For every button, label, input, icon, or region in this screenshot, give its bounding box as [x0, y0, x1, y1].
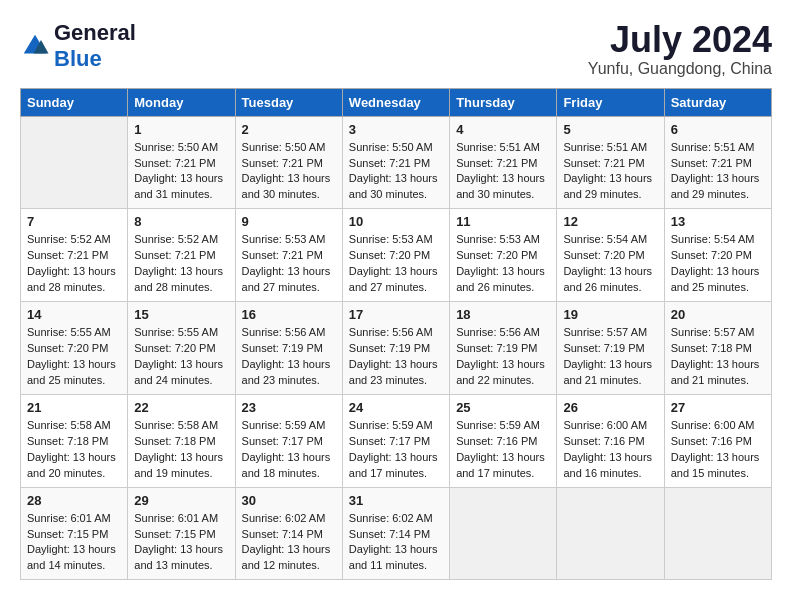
day-content: Sunrise: 5:58 AMSunset: 7:18 PMDaylight:… [134, 418, 228, 482]
calendar-cell: 26Sunrise: 6:00 AMSunset: 7:16 PMDayligh… [557, 394, 664, 487]
calendar-week-row: 14Sunrise: 5:55 AMSunset: 7:20 PMDayligh… [21, 302, 772, 395]
day-header-thursday: Thursday [450, 88, 557, 116]
calendar-cell: 4Sunrise: 5:51 AMSunset: 7:21 PMDaylight… [450, 116, 557, 209]
day-content: Sunrise: 5:56 AMSunset: 7:19 PMDaylight:… [349, 325, 443, 389]
day-header-tuesday: Tuesday [235, 88, 342, 116]
location-subtitle: Yunfu, Guangdong, China [588, 60, 772, 78]
day-header-friday: Friday [557, 88, 664, 116]
day-number: 24 [349, 400, 443, 415]
day-number: 14 [27, 307, 121, 322]
day-content: Sunrise: 5:54 AMSunset: 7:20 PMDaylight:… [671, 232, 765, 296]
day-content: Sunrise: 5:57 AMSunset: 7:19 PMDaylight:… [563, 325, 657, 389]
calendar-cell [664, 487, 771, 580]
day-number: 11 [456, 214, 550, 229]
day-number: 29 [134, 493, 228, 508]
day-number: 6 [671, 122, 765, 137]
calendar-cell: 5Sunrise: 5:51 AMSunset: 7:21 PMDaylight… [557, 116, 664, 209]
calendar-cell: 10Sunrise: 5:53 AMSunset: 7:20 PMDayligh… [342, 209, 449, 302]
calendar-cell: 9Sunrise: 5:53 AMSunset: 7:21 PMDaylight… [235, 209, 342, 302]
day-content: Sunrise: 5:54 AMSunset: 7:20 PMDaylight:… [563, 232, 657, 296]
day-content: Sunrise: 5:59 AMSunset: 7:17 PMDaylight:… [349, 418, 443, 482]
calendar-cell: 17Sunrise: 5:56 AMSunset: 7:19 PMDayligh… [342, 302, 449, 395]
calendar-cell: 24Sunrise: 5:59 AMSunset: 7:17 PMDayligh… [342, 394, 449, 487]
day-number: 22 [134, 400, 228, 415]
calendar-cell [450, 487, 557, 580]
calendar-cell: 1Sunrise: 5:50 AMSunset: 7:21 PMDaylight… [128, 116, 235, 209]
month-year-title: July 2024 [588, 20, 772, 60]
calendar-cell: 22Sunrise: 5:58 AMSunset: 7:18 PMDayligh… [128, 394, 235, 487]
day-content: Sunrise: 5:52 AMSunset: 7:21 PMDaylight:… [134, 232, 228, 296]
day-number: 4 [456, 122, 550, 137]
day-number: 26 [563, 400, 657, 415]
calendar-cell: 30Sunrise: 6:02 AMSunset: 7:14 PMDayligh… [235, 487, 342, 580]
calendar-cell: 27Sunrise: 6:00 AMSunset: 7:16 PMDayligh… [664, 394, 771, 487]
calendar-cell: 7Sunrise: 5:52 AMSunset: 7:21 PMDaylight… [21, 209, 128, 302]
day-content: Sunrise: 6:01 AMSunset: 7:15 PMDaylight:… [27, 511, 121, 575]
day-number: 12 [563, 214, 657, 229]
calendar-cell: 31Sunrise: 6:02 AMSunset: 7:14 PMDayligh… [342, 487, 449, 580]
day-content: Sunrise: 6:00 AMSunset: 7:16 PMDaylight:… [563, 418, 657, 482]
day-content: Sunrise: 5:50 AMSunset: 7:21 PMDaylight:… [349, 140, 443, 204]
day-number: 10 [349, 214, 443, 229]
day-number: 1 [134, 122, 228, 137]
day-number: 9 [242, 214, 336, 229]
calendar-cell: 15Sunrise: 5:55 AMSunset: 7:20 PMDayligh… [128, 302, 235, 395]
day-content: Sunrise: 5:52 AMSunset: 7:21 PMDaylight:… [27, 232, 121, 296]
day-content: Sunrise: 5:53 AMSunset: 7:20 PMDaylight:… [349, 232, 443, 296]
day-content: Sunrise: 5:50 AMSunset: 7:21 PMDaylight:… [134, 140, 228, 204]
day-number: 13 [671, 214, 765, 229]
day-number: 27 [671, 400, 765, 415]
day-content: Sunrise: 5:59 AMSunset: 7:17 PMDaylight:… [242, 418, 336, 482]
calendar-header-row: SundayMondayTuesdayWednesdayThursdayFrid… [21, 88, 772, 116]
calendar-cell: 23Sunrise: 5:59 AMSunset: 7:17 PMDayligh… [235, 394, 342, 487]
day-number: 20 [671, 307, 765, 322]
day-content: Sunrise: 5:55 AMSunset: 7:20 PMDaylight:… [134, 325, 228, 389]
title-block: July 2024 Yunfu, Guangdong, China [588, 20, 772, 78]
day-content: Sunrise: 5:58 AMSunset: 7:18 PMDaylight:… [27, 418, 121, 482]
calendar-cell: 19Sunrise: 5:57 AMSunset: 7:19 PMDayligh… [557, 302, 664, 395]
calendar-week-row: 28Sunrise: 6:01 AMSunset: 7:15 PMDayligh… [21, 487, 772, 580]
calendar-cell: 18Sunrise: 5:56 AMSunset: 7:19 PMDayligh… [450, 302, 557, 395]
day-content: Sunrise: 5:55 AMSunset: 7:20 PMDaylight:… [27, 325, 121, 389]
day-header-sunday: Sunday [21, 88, 128, 116]
day-number: 17 [349, 307, 443, 322]
day-content: Sunrise: 6:01 AMSunset: 7:15 PMDaylight:… [134, 511, 228, 575]
day-content: Sunrise: 6:02 AMSunset: 7:14 PMDaylight:… [349, 511, 443, 575]
calendar-week-row: 7Sunrise: 5:52 AMSunset: 7:21 PMDaylight… [21, 209, 772, 302]
day-number: 30 [242, 493, 336, 508]
calendar-week-row: 1Sunrise: 5:50 AMSunset: 7:21 PMDaylight… [21, 116, 772, 209]
day-number: 19 [563, 307, 657, 322]
calendar-cell: 13Sunrise: 5:54 AMSunset: 7:20 PMDayligh… [664, 209, 771, 302]
day-number: 25 [456, 400, 550, 415]
calendar-cell: 11Sunrise: 5:53 AMSunset: 7:20 PMDayligh… [450, 209, 557, 302]
day-content: Sunrise: 6:00 AMSunset: 7:16 PMDaylight:… [671, 418, 765, 482]
day-number: 18 [456, 307, 550, 322]
day-number: 15 [134, 307, 228, 322]
calendar-cell: 25Sunrise: 5:59 AMSunset: 7:16 PMDayligh… [450, 394, 557, 487]
day-content: Sunrise: 5:53 AMSunset: 7:21 PMDaylight:… [242, 232, 336, 296]
day-number: 23 [242, 400, 336, 415]
day-number: 16 [242, 307, 336, 322]
day-content: Sunrise: 5:56 AMSunset: 7:19 PMDaylight:… [242, 325, 336, 389]
calendar-week-row: 21Sunrise: 5:58 AMSunset: 7:18 PMDayligh… [21, 394, 772, 487]
day-content: Sunrise: 5:57 AMSunset: 7:18 PMDaylight:… [671, 325, 765, 389]
calendar-cell: 6Sunrise: 5:51 AMSunset: 7:21 PMDaylight… [664, 116, 771, 209]
day-content: Sunrise: 5:56 AMSunset: 7:19 PMDaylight:… [456, 325, 550, 389]
day-number: 5 [563, 122, 657, 137]
calendar-cell: 21Sunrise: 5:58 AMSunset: 7:18 PMDayligh… [21, 394, 128, 487]
logo-icon [20, 31, 50, 61]
day-content: Sunrise: 5:50 AMSunset: 7:21 PMDaylight:… [242, 140, 336, 204]
day-number: 28 [27, 493, 121, 508]
calendar-cell: 8Sunrise: 5:52 AMSunset: 7:21 PMDaylight… [128, 209, 235, 302]
day-number: 2 [242, 122, 336, 137]
day-content: Sunrise: 5:59 AMSunset: 7:16 PMDaylight:… [456, 418, 550, 482]
day-content: Sunrise: 6:02 AMSunset: 7:14 PMDaylight:… [242, 511, 336, 575]
day-content: Sunrise: 5:51 AMSunset: 7:21 PMDaylight:… [671, 140, 765, 204]
calendar-cell: 29Sunrise: 6:01 AMSunset: 7:15 PMDayligh… [128, 487, 235, 580]
calendar-cell: 16Sunrise: 5:56 AMSunset: 7:19 PMDayligh… [235, 302, 342, 395]
day-header-saturday: Saturday [664, 88, 771, 116]
calendar-cell: 3Sunrise: 5:50 AMSunset: 7:21 PMDaylight… [342, 116, 449, 209]
page-header: General Blue July 2024 Yunfu, Guangdong,… [20, 20, 772, 78]
calendar-cell: 14Sunrise: 5:55 AMSunset: 7:20 PMDayligh… [21, 302, 128, 395]
day-number: 21 [27, 400, 121, 415]
